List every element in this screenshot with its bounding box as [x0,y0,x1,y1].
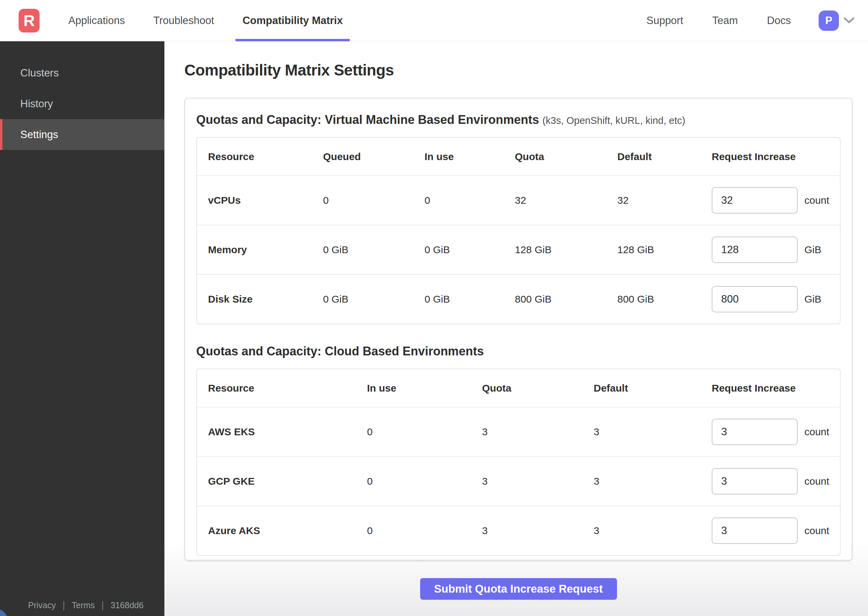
tab-compatibility-matrix[interactable]: Compatibility Matrix [235,0,350,41]
cell-in-use: 0 GiB [425,294,515,305]
table-row-disk-size: Disk Size 0 GiB 0 GiB 800 GiB 800 GiB Gi… [197,274,840,324]
unit-label: count [804,476,829,487]
col-header-resource: Resource [208,151,323,162]
tab-applications[interactable]: Applications [61,0,132,41]
cell-request-increase: count [712,419,829,445]
col-header-request-increase: Request Increase [712,151,829,162]
cell-quota: 800 GiB [515,294,617,305]
memory-request-input[interactable] [712,237,797,263]
cell-resource: GCP GKE [208,476,367,487]
section-title-cloud-text: Quotas and Capacity: Cloud Based Environ… [196,344,484,358]
unit-label: count [804,426,829,438]
cell-resource: AWS EKS [208,426,367,438]
cell-resource: Memory [208,244,323,256]
disk-size-request-input[interactable] [712,286,797,313]
col-header-default: Default [594,382,712,394]
chevron-down-icon[interactable] [844,17,854,24]
sidebar-item-history[interactable]: History [0,88,165,119]
cell-default: 3 [594,525,712,536]
section-title-vm: Quotas and Capacity: Virtual Machine Bas… [196,113,841,127]
terms-link[interactable]: Terms [72,600,95,610]
cell-quota: 3 [482,525,594,536]
sidebar: Clusters History Settings Privacy | Term… [0,41,165,616]
unit-label: count [804,525,829,536]
nav-link-support[interactable]: Support [646,14,683,27]
cell-queued: 0 GiB [323,244,425,256]
app-logo[interactable]: R [19,9,39,33]
vm-table-header: Resource Queued In use Quota Default Req… [197,138,840,175]
footer-separator: | [63,600,65,611]
privacy-link[interactable]: Privacy [28,600,56,610]
col-header-queued: Queued [323,151,425,162]
footer-separator: | [102,600,104,611]
cell-default: 128 GiB [617,244,712,256]
page-title: Compatibility Matrix Settings [184,61,852,79]
col-header-request-increase: Request Increase [712,382,829,394]
cell-request-increase: count [712,517,829,544]
cell-quota: 3 [482,476,594,487]
cell-in-use: 0 [367,426,482,438]
vcpus-request-input[interactable] [712,187,797,214]
section-title-vm-text: Quotas and Capacity: Virtual Machine Bas… [196,113,539,127]
section-title-cloud: Quotas and Capacity: Cloud Based Environ… [196,344,841,358]
submit-quota-increase-button[interactable]: Submit Quota Increase Request [420,578,617,600]
cell-in-use: 0 [367,525,482,536]
col-header-resource: Resource [208,382,367,394]
nav-link-docs[interactable]: Docs [767,14,791,27]
sidebar-nav: Clusters History Settings [0,41,165,150]
col-header-default: Default [617,151,712,162]
cell-request-increase: count [712,187,829,214]
cell-resource: Azure AKS [208,525,367,536]
main-content: Compatibility Matrix Settings Quotas and… [165,41,868,616]
table-row-vcpus: vCPUs 0 0 32 32 count [197,175,840,225]
nav-link-team[interactable]: Team [712,14,738,27]
cell-quota: 32 [515,195,617,206]
cell-in-use: 0 [425,195,515,206]
table-row-azure-aks: Azure AKS 0 3 3 count [197,506,840,555]
table-row-memory: Memory 0 GiB 0 GiB 128 GiB 128 GiB GiB [197,225,840,274]
sidebar-footer: Privacy | Terms | 3168dd6 [0,600,165,611]
cell-in-use: 0 [367,476,482,487]
section-subtitle-vm: (k3s, OpenShift, kURL, kind, etc) [542,115,685,126]
unit-label: GiB [804,294,821,305]
tab-troubleshoot[interactable]: Troubleshoot [146,0,221,41]
cell-default: 3 [594,426,712,438]
sidebar-item-clusters[interactable]: Clusters [0,58,165,88]
cell-queued: 0 [323,195,425,206]
cell-request-increase: GiB [712,286,829,313]
cell-resource: vCPUs [208,195,323,206]
build-hash: 3168dd6 [111,600,143,610]
sidebar-item-settings[interactable]: Settings [0,119,165,150]
settings-card: Quotas and Capacity: Virtual Machine Bas… [184,98,852,561]
cloud-quota-table: Resource In use Quota Default Request In… [196,369,841,556]
vm-quota-table: Resource Queued In use Quota Default Req… [196,137,841,324]
cell-quota: 3 [482,426,594,438]
gcp-gke-request-input[interactable] [712,468,797,495]
cell-default: 32 [617,195,712,206]
top-navbar: R Applications Troubleshoot Compatibilit… [0,0,868,41]
user-menu[interactable]: P [819,11,854,31]
primary-tabs: Applications Troubleshoot Compatibility … [61,0,364,41]
col-header-quota: Quota [515,151,617,162]
table-row-aws-eks: AWS EKS 0 3 3 count [197,407,840,456]
aws-eks-request-input[interactable] [712,419,797,445]
cell-quota: 128 GiB [515,244,617,256]
cell-resource: Disk Size [208,294,323,305]
navbar-right: Support Team Docs P [617,11,854,31]
col-header-in-use: In use [425,151,515,162]
cell-default: 3 [594,476,712,487]
unit-label: GiB [804,244,821,256]
cell-default: 800 GiB [617,294,712,305]
cell-queued: 0 GiB [323,294,425,305]
cell-request-increase: count [712,468,829,495]
table-row-gcp-gke: GCP GKE 0 3 3 count [197,456,840,506]
col-header-quota: Quota [482,382,594,394]
avatar[interactable]: P [819,11,839,31]
col-header-in-use: In use [367,382,482,394]
cell-request-increase: GiB [712,237,829,263]
cell-in-use: 0 GiB [425,244,515,256]
cloud-table-header: Resource In use Quota Default Request In… [197,369,840,407]
unit-label: count [804,195,829,206]
azure-aks-request-input[interactable] [712,517,797,544]
